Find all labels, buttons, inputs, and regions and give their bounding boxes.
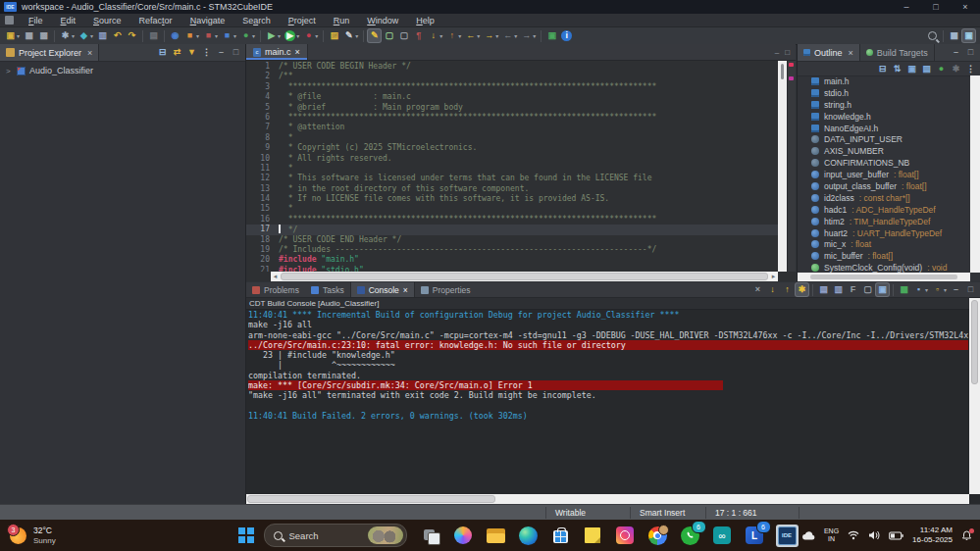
code-line[interactable]: 20#include "main.h" bbox=[246, 255, 778, 265]
close-explorer-tab-icon[interactable]: × bbox=[87, 48, 92, 58]
tree-item-audio-classifier[interactable]: > Audio_Classifier bbox=[0, 62, 245, 75]
error-marker[interactable] bbox=[789, 63, 794, 67]
code-line[interactable]: 4 * @file : main.c bbox=[246, 92, 778, 102]
code-line[interactable]: 18/* USER CODE END Header */ bbox=[246, 235, 778, 245]
maximize-outline-icon[interactable]: □ bbox=[964, 46, 977, 59]
run-icon[interactable]: ▶▾ bbox=[284, 29, 300, 42]
whatsapp-icon[interactable]: 6 bbox=[679, 525, 701, 547]
file-explorer-icon[interactable] bbox=[485, 525, 507, 547]
outline-item-output-class-buffer[interactable]: output_class_buffer : float[] bbox=[798, 180, 970, 192]
run-last-tool-icon[interactable]: ▶▾ bbox=[265, 29, 282, 42]
hide-static-members-icon[interactable]: ▤ bbox=[920, 63, 933, 75]
language-indicator[interactable]: ENG IN bbox=[824, 527, 839, 544]
menu-help[interactable]: Help bbox=[407, 16, 443, 25]
back-icon[interactable]: ←▾ bbox=[464, 29, 481, 42]
back-history-icon[interactable]: ←▾ bbox=[501, 29, 518, 42]
console-settings-icon[interactable]: ✱ bbox=[796, 283, 808, 296]
filter-icon[interactable]: ▼ bbox=[185, 46, 198, 59]
code-line[interactable]: 17 */ bbox=[246, 225, 778, 234]
new-c-project-icon[interactable]: ■▾ bbox=[183, 29, 200, 42]
code-line[interactable]: 15 * bbox=[246, 204, 778, 214]
tab-outline[interactable]: Outline × bbox=[798, 44, 860, 61]
outline-item-huart2[interactable]: huart2 : UART_HandleTypeDef bbox=[798, 227, 970, 239]
menu-window[interactable]: Window bbox=[358, 16, 407, 25]
outline-item-systemclock-config-void-[interactable]: SystemClock_Config(void) : void bbox=[798, 262, 970, 273]
code-line[interactable]: 9 * Copyright (c) 2025 STMicroelectronic… bbox=[246, 143, 778, 153]
tab-tasks[interactable]: Tasks bbox=[305, 282, 350, 297]
code-line[interactable]: 14 * If no LICENSE file comes with this … bbox=[246, 194, 778, 204]
outline-item-string-h[interactable]: string.h bbox=[798, 99, 970, 111]
close-console-tab-icon[interactable]: × bbox=[403, 285, 408, 295]
editor-vscroll-thumb[interactable] bbox=[781, 64, 784, 79]
volume-icon[interactable] bbox=[868, 530, 880, 540]
debug-icon[interactable]: ■▾ bbox=[221, 29, 237, 42]
hide-fields-icon[interactable]: ▣ bbox=[905, 63, 918, 75]
outline-item-confirmations-nb[interactable]: CONFIRMATIONS_NB bbox=[798, 157, 970, 169]
start-button[interactable] bbox=[238, 527, 254, 543]
menu-run[interactable]: Run bbox=[325, 16, 359, 25]
search-highlight-image[interactable] bbox=[368, 526, 403, 544]
word-wrap-icon[interactable]: ▥ bbox=[832, 283, 845, 296]
battery-icon[interactable] bbox=[889, 531, 903, 540]
edge-icon[interactable] bbox=[517, 525, 540, 547]
code-line[interactable]: 5 * @brief : Main program body bbox=[246, 103, 778, 113]
open-console-icon[interactable]: ▫▾ bbox=[931, 283, 948, 296]
code-line[interactable]: 10 * All rights reserved. bbox=[246, 154, 778, 164]
redo-icon[interactable]: ↷ bbox=[126, 29, 138, 42]
code-line[interactable]: 19/* Includes --------------------------… bbox=[246, 245, 778, 255]
close-console-icon[interactable]: × bbox=[751, 283, 764, 296]
print-icon[interactable]: ▤ bbox=[147, 29, 160, 42]
menu-project[interactable]: Project bbox=[280, 16, 325, 25]
code-lines[interactable]: 1/* USER CODE BEGIN Header */2/**3 *****… bbox=[246, 62, 778, 272]
tab-problems[interactable]: Problems bbox=[246, 282, 305, 297]
info-icon[interactable]: i bbox=[560, 29, 573, 42]
display-selected-console-icon[interactable]: ▪▾ bbox=[912, 283, 929, 296]
maximize-panel-icon[interactable]: □ bbox=[964, 283, 977, 296]
outline-item-id2class[interactable]: id2class : const char*[] bbox=[798, 192, 970, 204]
outline-item-input-user-buffer[interactable]: input_user_buffer : float[] bbox=[798, 169, 970, 180]
console-hscroll-thumb[interactable] bbox=[247, 495, 495, 503]
save-all-icon[interactable]: ▩ bbox=[37, 29, 50, 42]
menu-search[interactable]: Search bbox=[233, 16, 280, 25]
expand-chevron-icon[interactable]: > bbox=[6, 67, 13, 75]
next-annotation-icon[interactable]: ▢ bbox=[383, 29, 395, 42]
save-icon[interactable]: ▦ bbox=[23, 29, 35, 42]
notifications-bell-icon[interactable] bbox=[961, 530, 972, 541]
menu-edit[interactable]: Edit bbox=[52, 16, 85, 25]
menu-navigate[interactable]: Navigate bbox=[181, 16, 234, 25]
pin-console-icon[interactable]: ▣ bbox=[876, 283, 889, 296]
maximize-editor-icon[interactable]: □ bbox=[785, 48, 790, 57]
external-tools-icon[interactable]: ●▾ bbox=[239, 29, 256, 42]
open-element-icon[interactable]: ▨ bbox=[328, 29, 340, 42]
code-line[interactable]: 13 * in the root directory of this softw… bbox=[246, 184, 778, 194]
l-app-icon[interactable]: L6 bbox=[744, 525, 766, 547]
tab-main-c[interactable]: c main.c × bbox=[246, 44, 308, 60]
collapse-all-icon[interactable]: ⊟ bbox=[876, 63, 889, 75]
sort-icon[interactable]: ⇅ bbox=[891, 63, 903, 75]
outline-item-stdio-h[interactable]: stdio.h bbox=[798, 87, 970, 99]
outline-item-main-h[interactable]: main.h bbox=[798, 75, 970, 87]
editor-body[interactable]: 1/* USER CODE BEGIN Header */2/**3 *****… bbox=[246, 61, 796, 281]
clock-widget[interactable]: 11:42 AM 16-05-2025 bbox=[912, 526, 953, 546]
outline-item-hadc1[interactable]: hadc1 : ADC_HandleTypeDef bbox=[798, 204, 970, 216]
tab-build-targets[interactable]: Build Targets bbox=[860, 44, 935, 61]
outline-hscroll-thumb[interactable] bbox=[810, 275, 957, 279]
console-vertical-scrollbar[interactable] bbox=[969, 298, 980, 494]
overview-ruler[interactable] bbox=[787, 61, 796, 272]
view-menu-icon[interactable]: ⋮ bbox=[200, 46, 213, 59]
outline-item-data-input-user[interactable]: DATA_INPUT_USER bbox=[798, 133, 970, 145]
outline-item-knowledge-h[interactable]: knowledge.h bbox=[798, 111, 970, 123]
arduino-icon[interactable]: ∞ bbox=[711, 525, 734, 547]
close-window-button[interactable]: × bbox=[951, 0, 980, 14]
scroll-left-arrow-icon[interactable]: ◂ bbox=[271, 273, 280, 280]
previous-annotation-icon[interactable]: ▢ bbox=[397, 29, 410, 42]
tab-console[interactable]: Console× bbox=[350, 282, 415, 297]
outline-item-mic-x[interactable]: mic_x : float bbox=[798, 238, 970, 250]
code-line[interactable]: 2/** bbox=[246, 72, 778, 81]
menu-refactor[interactable]: Refactor bbox=[130, 16, 181, 25]
tab-project-explorer[interactable]: Project Explorer × bbox=[0, 44, 99, 61]
show-full-output-icon[interactable]: ▤ bbox=[817, 283, 830, 296]
code-line[interactable]: 3 **************************************… bbox=[246, 82, 778, 92]
outline-horizontal-scrollbar[interactable] bbox=[798, 273, 970, 281]
next-edit-location-icon[interactable]: ↑▾ bbox=[445, 29, 462, 42]
